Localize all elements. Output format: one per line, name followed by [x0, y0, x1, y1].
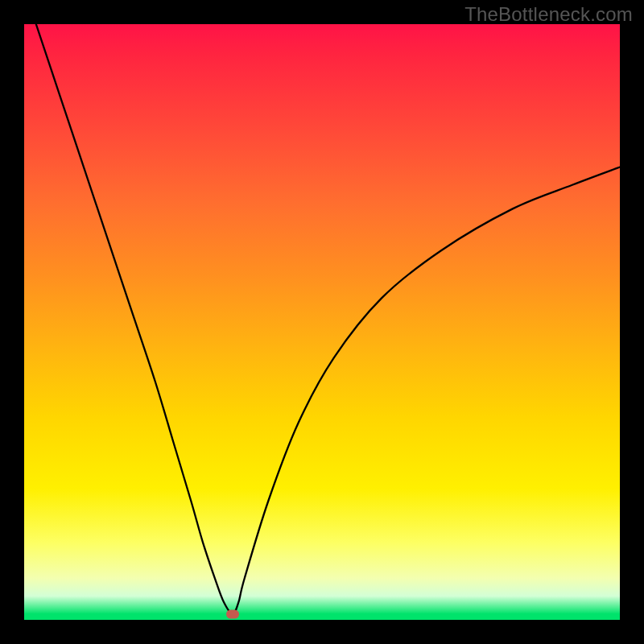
- watermark-text: TheBottleneck.com: [464, 3, 633, 26]
- chart-frame: TheBottleneck.com: [0, 0, 644, 644]
- bottleneck-curve: [24, 24, 620, 620]
- plot-area: [24, 24, 620, 620]
- bottleneck-marker: [226, 609, 239, 618]
